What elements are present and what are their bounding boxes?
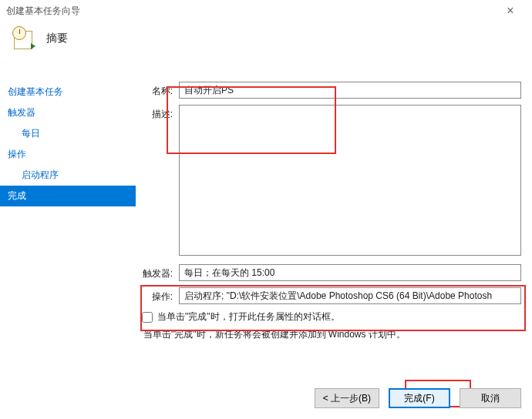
content-area: 创建基本任务 触发器 每日 操作 启动程序 完成 名称: 描述: 触发器: 操作…	[0, 74, 532, 377]
task-icon	[12, 26, 37, 51]
close-icon[interactable]: ×	[495, 4, 526, 18]
trigger-field[interactable]	[179, 264, 521, 281]
page-title: 摘要	[46, 32, 68, 45]
finish-button[interactable]: 完成(F)	[389, 388, 450, 408]
titlebar: 创建基本任务向导 ×	[0, 0, 532, 22]
nav-trigger[interactable]: 触发器	[0, 102, 136, 123]
action-field[interactable]	[179, 287, 521, 304]
wizard-nav: 创建基本任务 触发器 每日 操作 启动程序 完成	[0, 74, 136, 377]
name-label: 名称:	[142, 82, 179, 98]
name-field[interactable]	[179, 82, 521, 99]
wizard-header: 摘要	[0, 22, 532, 65]
main-panel: 名称: 描述: 触发器: 操作: 当单击"完成"时，打开此任务属性的对话框。 当…	[136, 74, 532, 377]
cancel-button[interactable]: 取消	[460, 388, 521, 408]
open-properties-label: 当单击"完成"时，打开此任务属性的对话框。	[157, 310, 340, 323]
action-label: 操作:	[142, 287, 179, 303]
desc-label: 描述:	[142, 105, 179, 121]
trigger-label: 触发器:	[142, 264, 179, 280]
nav-start-program[interactable]: 启动程序	[0, 165, 136, 186]
nav-action[interactable]: 操作	[0, 144, 136, 165]
open-properties-checkbox[interactable]	[142, 312, 153, 323]
nav-daily[interactable]: 每日	[0, 123, 136, 144]
nav-finish[interactable]: 完成	[0, 186, 136, 206]
window-title: 创建基本任务向导	[6, 5, 80, 18]
finish-note: 当单击"完成"时，新任务将会被创建并添加到 Windows 计划中。	[142, 328, 521, 341]
nav-create-task[interactable]: 创建基本任务	[0, 82, 136, 102]
desc-field[interactable]	[179, 105, 521, 256]
back-button[interactable]: < 上一步(B)	[315, 388, 379, 408]
footer: < 上一步(B) 完成(F) 取消	[0, 377, 532, 419]
